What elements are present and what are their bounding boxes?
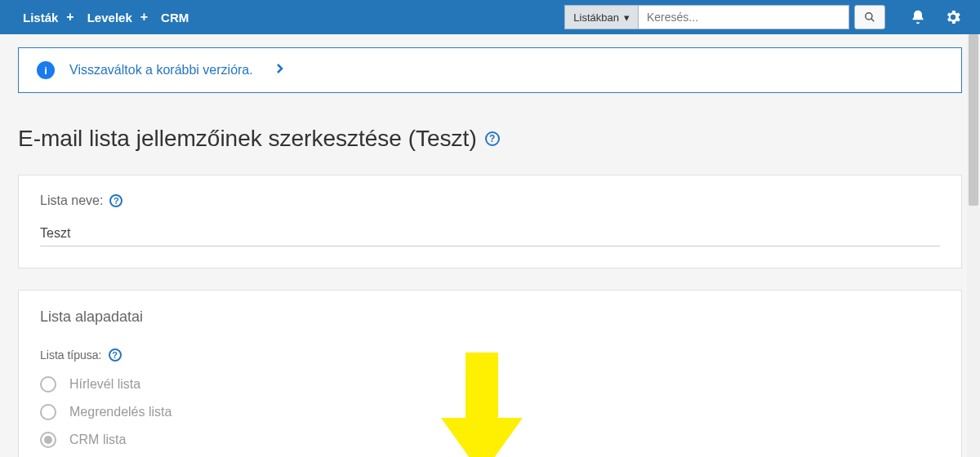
- radio-crm[interactable]: CRM lista: [40, 432, 940, 448]
- svg-line-1: [871, 19, 875, 22]
- radio-icon: [40, 432, 56, 448]
- main-nav: Listák + Levelek + CRM: [18, 10, 194, 24]
- page-title-text: E-mail lista jellemzőinek szerkesztése (…: [18, 126, 477, 152]
- search-button[interactable]: [854, 5, 885, 29]
- version-notice[interactable]: i Visszaváltok a korábbi verzióra.: [18, 47, 962, 93]
- page-title: E-mail lista jellemzőinek szerkesztése (…: [18, 126, 962, 152]
- vertical-scrollbar[interactable]: [967, 34, 980, 457]
- search-scope-dropdown[interactable]: Listákban ▾: [564, 5, 639, 29]
- list-name-input[interactable]: [40, 221, 940, 246]
- notifications-button[interactable]: [910, 9, 926, 25]
- search-scope-label: Listákban: [573, 11, 619, 24]
- page-content: i Visszaváltok a korábbi verzióra. E-mai…: [0, 34, 980, 457]
- list-name-label: Lista neve: ?: [40, 193, 940, 208]
- caret-down-icon: ▾: [624, 11, 630, 24]
- notice-text: Visszaváltok a korábbi verzióra.: [69, 63, 253, 78]
- help-icon[interactable]: ?: [485, 131, 500, 146]
- radio-order[interactable]: Megrendelés lista: [40, 404, 940, 420]
- list-name-card: Lista neve: ?: [18, 175, 962, 268]
- svg-point-0: [866, 13, 872, 20]
- top-navigation-bar: Listák + Levelek + CRM Listákban ▾: [0, 0, 980, 34]
- topbar-actions: [910, 8, 962, 26]
- nav-lists[interactable]: Listák: [18, 11, 63, 24]
- radio-label: CRM lista: [69, 433, 126, 447]
- list-type-label-text: Lista típusa:: [40, 348, 102, 362]
- plus-icon[interactable]: +: [63, 10, 82, 24]
- list-type-label: Lista típusa: ?: [40, 348, 940, 362]
- gear-icon: [944, 8, 962, 26]
- help-icon[interactable]: ?: [109, 194, 122, 207]
- search-input[interactable]: [639, 5, 849, 29]
- basics-section-title: Lista alapadatai: [40, 308, 940, 326]
- nav-letters[interactable]: Levelek: [82, 11, 137, 24]
- scrollbar-thumb[interactable]: [969, 34, 978, 206]
- radio-icon: [40, 404, 56, 420]
- radio-label: Hírlevél lista: [69, 377, 140, 392]
- list-name-label-text: Lista neve:: [40, 193, 103, 208]
- plus-icon[interactable]: +: [137, 10, 156, 24]
- info-icon: i: [37, 61, 55, 79]
- chevron-right-icon: [276, 63, 284, 78]
- list-type-radio-group: Hírlevél lista Megrendelés lista CRM lis…: [40, 376, 940, 448]
- radio-newsletter[interactable]: Hírlevél lista: [40, 376, 940, 393]
- radio-icon: [40, 376, 56, 393]
- nav-crm[interactable]: CRM: [156, 11, 194, 24]
- search-icon: [864, 11, 875, 23]
- search-container: Listákban ▾: [564, 5, 885, 29]
- settings-button[interactable]: [944, 8, 962, 26]
- radio-label: Megrendelés lista: [69, 405, 172, 419]
- list-basics-card: Lista alapadatai Lista típusa: ? Hírlevé…: [18, 290, 962, 457]
- bell-icon: [910, 9, 926, 25]
- help-icon[interactable]: ?: [109, 348, 122, 362]
